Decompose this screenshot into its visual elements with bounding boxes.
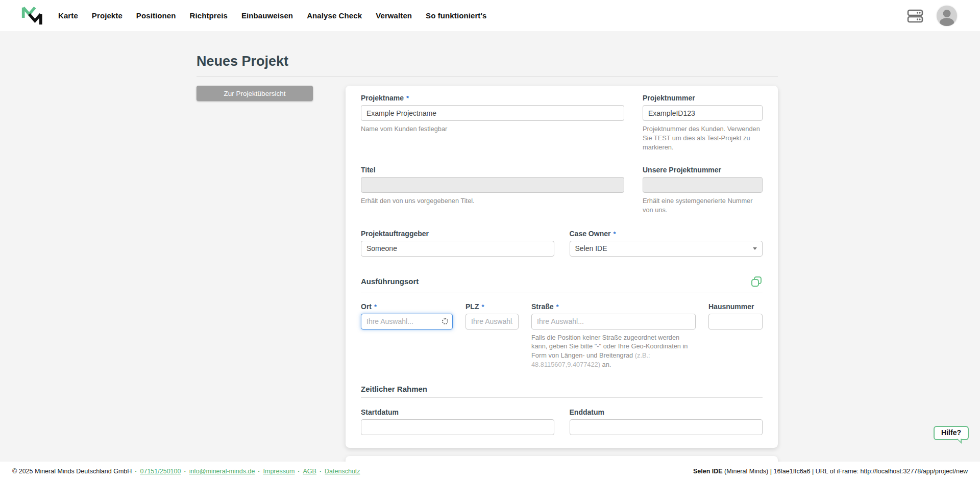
hausnummer-input[interactable] [708,314,763,330]
ort-input[interactable] [361,314,453,330]
case-owner-field-group: Case Owner * Selen IDE [570,230,763,257]
enddatum-input[interactable] [570,419,763,435]
plz-label-text: PLZ [465,302,479,311]
ort-label: Ort * [361,302,453,311]
nav-item-positionen[interactable]: Positionen [136,11,176,20]
strasse-hint: Falls die Position keiner Straße zugeord… [531,333,696,370]
footer-separator: · [320,468,322,475]
nav-item-verwalten[interactable]: Verwalten [376,11,412,20]
title-divider [197,77,778,77]
projektauftraggeber-input[interactable] [361,241,554,257]
zeitlicher-rahmen-section-header: Zeitlicher Rahmen [361,385,763,393]
strasse-label: Straße * [531,302,696,311]
plz-field-group: PLZ * [465,302,519,370]
enddatum-label: Enddatum [570,408,763,416]
strasse-hint-main: Falls die Position keiner Straße zugeord… [531,334,688,360]
next-form-card-partial [346,456,778,462]
back-to-project-overview-button[interactable]: Zur Projektübersicht [197,86,313,101]
nav-item-karte[interactable]: Karte [58,11,78,20]
agb-link[interactable]: AGB [303,468,316,475]
plz-input[interactable] [465,314,519,330]
footer-session-info: Selen IDE (Mineral Minds) | 16fae1ffc6a6… [693,468,968,475]
top-navigation-bar: Karte Projekte Positionen Richtpreis Ein… [0,0,980,31]
mineral-minds-logo-icon[interactable] [20,3,47,29]
impressum-link[interactable]: Impressum [263,468,295,475]
server-stack-icon[interactable] [907,8,923,24]
nav-item-so-funktionierts[interactable]: So funktioniert's [426,11,486,20]
ort-label-text: Ort [361,302,372,311]
enddatum-label-text: Enddatum [570,408,604,416]
projektauftraggeber-field-group: Projektauftraggeber [361,230,554,257]
enddatum-field-group: Enddatum [570,408,763,435]
projektauftraggeber-label: Projektauftraggeber [361,230,554,238]
main-nav: Karte Projekte Positionen Richtpreis Ein… [58,11,487,20]
startdatum-label-text: Startdatum [361,408,399,416]
startdatum-field-group: Startdatum [361,408,554,435]
unsere-projektnummer-label: Unsere Projektnummer [643,166,763,174]
case-owner-label-text: Case Owner [570,230,611,238]
titel-input [361,177,624,193]
hausnummer-label: Hausnummer [708,302,763,311]
user-avatar[interactable] [937,6,957,26]
case-owner-select[interactable]: Selen IDE [570,241,763,257]
footer-separator: · [258,468,260,475]
projektname-field-group: Projektname * Name vom Kunden festlegbar [361,94,624,152]
hausnummer-field-group: Hausnummer [708,302,763,370]
ausfuehrungsort-section-title: Ausführungsort [361,277,419,286]
unsere-projektnummer-label-text: Unsere Projektnummer [643,166,721,174]
footer-left: © 2025 Mineral Minds Deutschland GmbH · … [12,468,360,475]
ort-field-group: Ort * [361,302,453,370]
case-owner-selected-value: Selen IDE [575,244,607,252]
nav-item-analyse-check[interactable]: Analyse Check [307,11,362,20]
projektnummer-field-group: Projektnummer Projektnummer des Kunden. … [643,94,763,152]
required-asterisk: * [406,94,409,102]
page-title: Neues Projekt [197,31,778,69]
email-link[interactable]: info@mineral-minds.de [189,468,255,475]
main-content-area: Neues Projekt Zur Projektübersicht Proje… [0,31,980,462]
ausfuehrungsort-divider [361,292,763,292]
zeitlicher-rahmen-divider [361,397,763,398]
projektnummer-label: Projektnummer [643,94,763,102]
unsere-projektnummer-field-group: Unsere Projektnummer Erhält eine systemg… [643,166,763,215]
projektnummer-hint: Projektnummer des Kunden. Verwenden Sie … [643,124,763,152]
avatar-head-shape [943,10,951,17]
projektnummer-label-text: Projektnummer [643,94,695,102]
required-asterisk: * [374,303,377,311]
new-project-form-card: Projektname * Name vom Kunden festlegbar… [346,86,778,448]
projektname-label-text: Projektname [361,94,404,102]
nav-item-projekte[interactable]: Projekte [92,11,122,20]
avatar-body-shape [940,18,954,26]
footer-bar: © 2025 Mineral Minds Deutschland GmbH · … [0,462,980,481]
hausnummer-label-text: Hausnummer [708,302,754,311]
copy-icon[interactable] [750,275,763,288]
projektname-input[interactable] [361,105,624,121]
projektnummer-input[interactable] [643,105,763,121]
ausfuehrungsort-section-header: Ausführungsort [361,275,763,288]
plz-label: PLZ * [465,302,519,311]
projektauftraggeber-label-text: Projektauftraggeber [361,230,429,238]
case-owner-label: Case Owner * [570,230,763,238]
loading-spinner-icon [442,318,448,324]
phone-link[interactable]: 07151/250100 [140,468,181,475]
required-asterisk: * [556,303,559,311]
unsere-projektnummer-hint: Erhält eine systemgenerierte Nummer von … [643,196,763,215]
footer-separator: · [135,468,137,475]
footer-separator: · [184,468,186,475]
nav-item-einbauweisen[interactable]: Einbauweisen [241,11,293,20]
startdatum-label: Startdatum [361,408,554,416]
required-asterisk: * [481,303,484,311]
titel-hint: Erhält den von uns vorgegebenen Titel. [361,196,624,206]
datenschutz-link[interactable]: Datenschutz [325,468,360,475]
copyright-text: © 2025 Mineral Minds Deutschland GmbH [12,468,132,475]
footer-session-details: (Mineral Minds) | 16fae1ffc6a6 | URL of … [723,468,968,475]
startdatum-input[interactable] [361,419,554,435]
titel-label: Titel [361,166,624,174]
footer-user-name: Selen IDE [693,468,723,475]
zeitlicher-rahmen-section-title: Zeitlicher Rahmen [361,385,427,393]
footer-separator: · [298,468,300,475]
titel-field-group: Titel Erhält den von uns vorgegebenen Ti… [361,166,624,215]
help-button[interactable]: Hilfe? [934,426,969,440]
strasse-input[interactable] [531,314,696,330]
nav-item-richtpreis[interactable]: Richtpreis [190,11,228,20]
strasse-hint-suffix: an. [600,361,611,368]
